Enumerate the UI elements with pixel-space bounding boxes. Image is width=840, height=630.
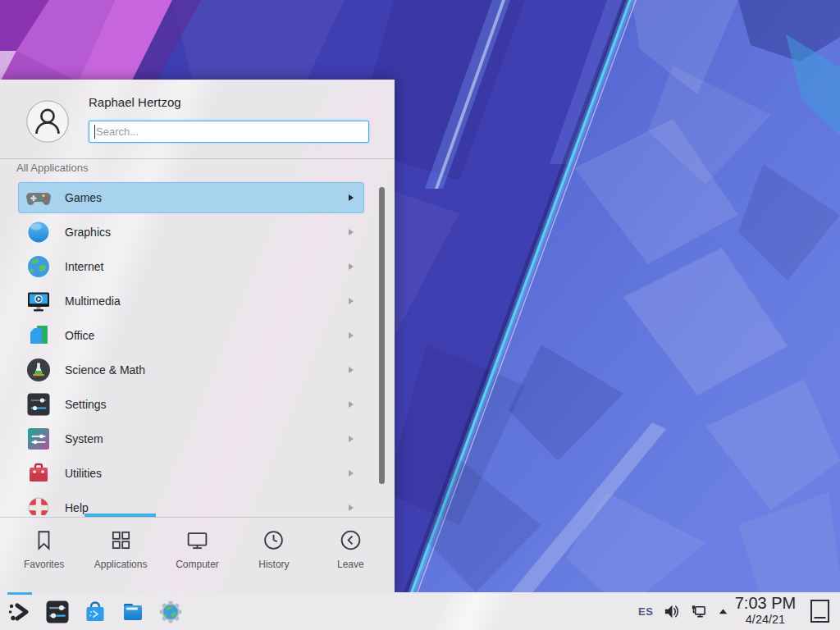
web-browser-button[interactable] — [158, 599, 184, 625]
search-box[interactable] — [89, 121, 369, 143]
category-row[interactable]: Games — [18, 182, 364, 213]
help-icon — [25, 495, 52, 515]
tab-label: Leave — [337, 559, 364, 570]
header-divider — [0, 158, 395, 159]
tab-leave[interactable]: Leave — [313, 518, 389, 592]
active-task-indicator — [7, 592, 32, 595]
tray-expander-icon[interactable] — [717, 605, 729, 618]
tab-applications[interactable]: Applications — [82, 518, 158, 592]
category-label: Help — [65, 501, 89, 514]
network-icon[interactable] — [690, 603, 707, 620]
internet-icon — [25, 253, 52, 280]
settings-icon — [25, 391, 52, 418]
category-label: Science & Math — [65, 363, 145, 377]
category-row[interactable]: Multimedia — [18, 285, 364, 317]
tab-computer[interactable]: Computer — [159, 518, 235, 592]
category-row[interactable]: Help — [18, 492, 364, 515]
history-icon — [262, 528, 285, 552]
favorites-icon — [32, 528, 56, 552]
submenu-arrow-icon — [349, 367, 354, 373]
graphics-icon — [25, 219, 52, 245]
tab-history[interactable]: History — [235, 518, 312, 592]
discover-button[interactable] — [82, 599, 108, 625]
show-desktop-button[interactable] — [810, 599, 830, 623]
category-label: Office — [65, 329, 94, 342]
category-label: Games — [65, 191, 102, 204]
section-label: All Applications — [16, 162, 88, 174]
category-label: Graphics — [65, 226, 111, 239]
office-icon — [25, 322, 52, 349]
search-input[interactable] — [89, 121, 368, 142]
category-row[interactable]: Office — [18, 320, 364, 351]
computer-icon — [185, 528, 209, 552]
text-caret — [94, 125, 95, 139]
tab-label: Applications — [94, 559, 148, 570]
browser-icon — [158, 599, 184, 625]
applications-icon — [109, 528, 133, 552]
category-label: Multimedia — [65, 294, 121, 308]
category-row[interactable]: Utilities — [18, 458, 364, 489]
launcher-tabbar: Favorites Applications Computer History … — [0, 517, 395, 592]
science-icon — [25, 357, 52, 383]
multimedia-icon — [25, 288, 52, 314]
system-icon — [25, 426, 52, 452]
launcher-header: Raphael Hertzog — [0, 80, 395, 158]
user-avatar[interactable] — [26, 100, 69, 143]
category-row[interactable]: Graphics — [18, 217, 364, 248]
submenu-arrow-icon — [349, 194, 354, 201]
category-label: Settings — [65, 398, 107, 411]
volume-icon[interactable] — [663, 603, 680, 620]
utilities-icon — [25, 460, 52, 486]
category-label: Internet — [65, 260, 103, 273]
submenu-arrow-icon — [349, 401, 354, 408]
category-list: Games Graphics Internet Multimedia Offic… — [0, 182, 395, 515]
submenu-arrow-icon — [349, 332, 354, 339]
clock-date: 4/24/21 — [731, 614, 800, 626]
submenu-arrow-icon — [349, 298, 354, 304]
submenu-arrow-icon — [349, 263, 354, 270]
tab-label: Favorites — [24, 559, 64, 570]
submenu-arrow-icon — [349, 504, 354, 511]
taskbar: ES 7:03 PM 4/24/21 — [0, 592, 840, 630]
category-row[interactable]: System — [18, 423, 364, 454]
tab-favorites[interactable]: Favorites — [6, 518, 82, 592]
discover-icon — [82, 599, 108, 625]
desktop: Raphael Hertzog All Applications Games G… — [0, 0, 840, 630]
taskbar-launchers — [7, 592, 184, 630]
leave-icon — [339, 528, 363, 552]
category-label: System — [65, 432, 103, 445]
tab-label: History — [258, 559, 289, 570]
category-row[interactable]: Science & Math — [18, 354, 364, 386]
digital-clock[interactable]: 7:03 PM 4/24/21 — [731, 595, 800, 626]
clock-time: 7:03 PM — [731, 595, 800, 611]
system-tray: ES — [638, 592, 729, 630]
category-row[interactable]: Internet — [18, 251, 364, 282]
keyboard-layout-indicator[interactable]: ES — [638, 605, 653, 618]
submenu-arrow-icon — [349, 229, 354, 235]
list-scrollbar[interactable] — [379, 187, 385, 484]
games-icon — [25, 185, 52, 211]
file-manager-button[interactable] — [120, 599, 146, 625]
application-launcher-button[interactable] — [7, 599, 33, 625]
category-row[interactable]: Settings — [18, 389, 364, 420]
application-launcher-menu: Raphael Hertzog All Applications Games G… — [0, 80, 395, 592]
submenu-arrow-icon — [349, 436, 354, 442]
systemsettings-icon — [44, 599, 71, 625]
tab-label: Computer — [176, 559, 219, 570]
user-name: Raphael Hertzog — [89, 95, 181, 109]
category-label: Utilities — [65, 467, 102, 480]
kickoff-icon — [7, 599, 33, 625]
system-settings-button[interactable] — [44, 599, 71, 625]
submenu-arrow-icon — [349, 470, 354, 477]
dolphin-icon — [120, 599, 146, 625]
